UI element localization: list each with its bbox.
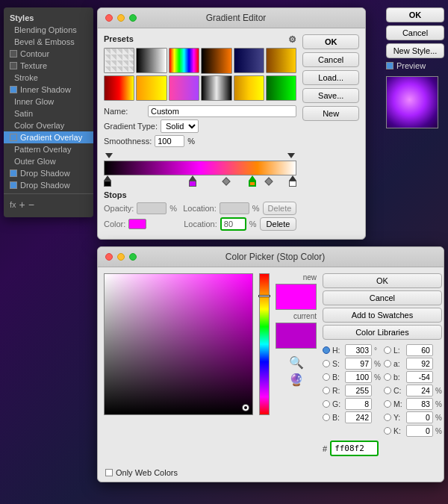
styles-item-pattern-overlay[interactable]: Pattern Overlay bbox=[4, 143, 93, 155]
styles-item-bevel[interactable]: Bevel & Emboss bbox=[4, 36, 93, 48]
drop-shadow-1-checkbox[interactable] bbox=[10, 169, 17, 177]
cp-close-dot[interactable] bbox=[105, 253, 113, 261]
gear-icon[interactable]: ⚙ bbox=[288, 34, 296, 45]
styles-item-inner-glow[interactable]: Inner Glow bbox=[4, 96, 93, 108]
styles-item-stroke[interactable]: Stroke bbox=[4, 72, 93, 84]
styles-item-contour[interactable]: Contour bbox=[4, 48, 93, 60]
eyedropper-icon[interactable]: 🔍 bbox=[289, 355, 304, 370]
r-radio[interactable] bbox=[323, 387, 330, 394]
a-input[interactable] bbox=[406, 358, 433, 370]
preset-5[interactable] bbox=[234, 48, 264, 73]
name-input[interactable] bbox=[148, 105, 296, 117]
opacity-input[interactable] bbox=[137, 202, 167, 214]
color-libraries-button[interactable]: Color Libraries bbox=[323, 325, 442, 340]
gradient-color-bar[interactable] bbox=[104, 161, 296, 175]
styles-item-outer-glow[interactable]: Outer Glow bbox=[4, 155, 93, 167]
y-input[interactable] bbox=[406, 411, 433, 423]
k-radio[interactable] bbox=[384, 427, 391, 435]
k-input[interactable] bbox=[406, 425, 433, 437]
add-swatches-button[interactable]: Add to Swatches bbox=[323, 308, 442, 323]
location-input[interactable] bbox=[220, 202, 249, 214]
h-radio[interactable] bbox=[323, 346, 330, 354]
delete-button-opacity[interactable]: Delete bbox=[263, 202, 297, 215]
smoothness-label: Smoothness: bbox=[104, 137, 152, 146]
far-cancel-button[interactable]: Cancel bbox=[386, 25, 444, 40]
color-location-input[interactable] bbox=[220, 217, 246, 231]
r-input[interactable] bbox=[345, 385, 372, 396]
styles-item-texture[interactable]: Texture bbox=[4, 60, 93, 72]
styles-item-satin[interactable]: Satin bbox=[4, 108, 93, 119]
preset-6[interactable] bbox=[266, 48, 296, 73]
preset-7[interactable] bbox=[104, 75, 134, 101]
inner-shadow-checkbox[interactable] bbox=[10, 86, 17, 93]
cp-ok-button[interactable]: OK bbox=[323, 273, 442, 288]
styles-item-gradient-overlay[interactable]: Gradient Overlay bbox=[4, 131, 93, 143]
color-swatch[interactable] bbox=[128, 219, 146, 229]
m-radio[interactable] bbox=[384, 400, 391, 408]
color-stop-0[interactable] bbox=[104, 175, 111, 187]
styles-item-blending[interactable]: Blending Options bbox=[4, 24, 93, 36]
ge-new-button[interactable]: New bbox=[302, 106, 359, 121]
ge-ok-button[interactable]: OK bbox=[302, 34, 359, 49]
hue-slider[interactable] bbox=[259, 273, 270, 415]
color-stop-50[interactable] bbox=[189, 175, 196, 187]
styles-item-drop-shadow-2[interactable]: Drop Shadow bbox=[4, 179, 93, 191]
preset-11[interactable] bbox=[234, 75, 264, 101]
brightness-input[interactable] bbox=[345, 371, 372, 383]
color-field[interactable] bbox=[104, 273, 253, 415]
texture-checkbox[interactable] bbox=[10, 62, 17, 69]
preset-8[interactable] bbox=[136, 75, 167, 101]
gradient-overlay-checkbox[interactable] bbox=[10, 134, 17, 141]
h-input[interactable] bbox=[345, 344, 372, 356]
drop-shadow-2-checkbox[interactable] bbox=[10, 181, 17, 189]
presets-label: Presets bbox=[104, 34, 134, 45]
midpoint-marker-2[interactable] bbox=[266, 178, 272, 184]
color-stop-80[interactable] bbox=[249, 175, 256, 187]
preset-10[interactable] bbox=[201, 75, 231, 102]
smoothness-input[interactable] bbox=[155, 135, 184, 147]
midpoint-marker[interactable] bbox=[223, 178, 229, 184]
b-lab-radio[interactable] bbox=[384, 373, 391, 381]
far-ok-button[interactable]: OK bbox=[386, 7, 444, 22]
eyedropper-2-icon[interactable]: 🔮 bbox=[289, 373, 304, 387]
preset-9[interactable] bbox=[169, 75, 199, 101]
g-input[interactable] bbox=[345, 398, 372, 410]
b-lab-input[interactable] bbox=[406, 371, 433, 383]
styles-item-inner-shadow[interactable]: Inner Shadow bbox=[4, 84, 93, 96]
a-radio[interactable] bbox=[384, 360, 391, 367]
ge-load-button[interactable]: Load... bbox=[302, 70, 359, 85]
preview-checkbox[interactable] bbox=[386, 62, 393, 69]
cp-cancel-button[interactable]: Cancel bbox=[323, 290, 442, 305]
styles-item-drop-shadow-1[interactable]: Drop Shadow bbox=[4, 167, 93, 179]
c-input[interactable] bbox=[406, 385, 433, 396]
l-input[interactable] bbox=[406, 344, 433, 356]
preset-4[interactable] bbox=[201, 48, 231, 74]
hex-input[interactable] bbox=[330, 441, 379, 456]
c-radio[interactable] bbox=[384, 387, 391, 394]
opacity-marker-right[interactable] bbox=[287, 153, 295, 158]
l-radio[interactable] bbox=[384, 346, 391, 354]
preset-1[interactable] bbox=[104, 48, 134, 73]
m-input[interactable] bbox=[406, 398, 433, 410]
blue-input[interactable] bbox=[345, 411, 372, 423]
preset-3[interactable] bbox=[169, 48, 199, 73]
s-radio[interactable] bbox=[323, 360, 330, 367]
delete-button-color[interactable]: Delete bbox=[260, 217, 297, 231]
color-stop-100[interactable] bbox=[289, 175, 296, 187]
new-style-button[interactable]: New Style... bbox=[386, 43, 444, 58]
styles-item-color-overlay[interactable]: Color Overlay bbox=[4, 119, 93, 131]
opacity-marker-left[interactable] bbox=[105, 153, 113, 158]
y-radio[interactable] bbox=[384, 414, 391, 421]
brightness-radio[interactable] bbox=[323, 373, 330, 381]
gradient-type-select[interactable]: Solid bbox=[161, 119, 199, 133]
close-dot[interactable] bbox=[105, 14, 113, 22]
blue-radio[interactable] bbox=[323, 414, 330, 421]
contour-checkbox[interactable] bbox=[10, 50, 17, 57]
s-input[interactable] bbox=[345, 358, 372, 370]
ge-cancel-button[interactable]: Cancel bbox=[302, 52, 359, 67]
preset-2[interactable] bbox=[136, 48, 167, 73]
preset-12[interactable] bbox=[266, 75, 296, 101]
ge-save-button[interactable]: Save... bbox=[302, 88, 359, 103]
g-radio[interactable] bbox=[323, 400, 330, 408]
web-colors-checkbox[interactable] bbox=[105, 469, 113, 476]
